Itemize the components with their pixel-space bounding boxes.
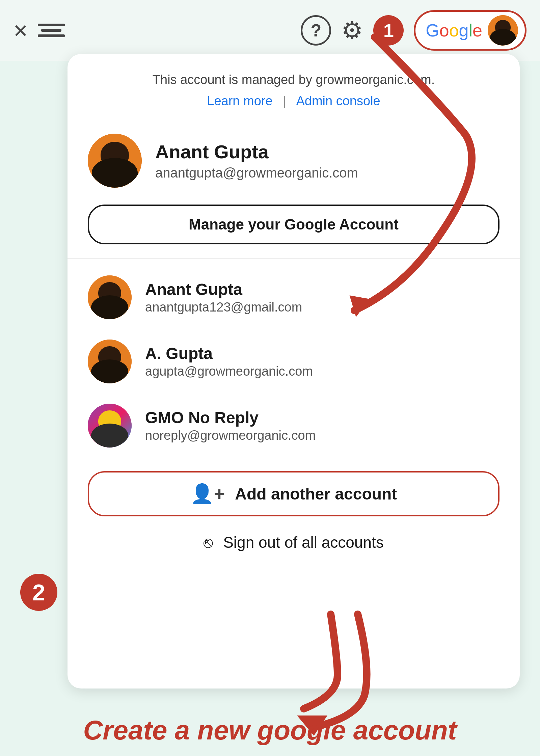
add-account-label: Add another account [235,485,397,503]
account-email-1: anantgupta123@gmail.com [145,300,302,315]
managed-notice-text: This account is managed by growmeorganic… [153,73,435,87]
account-avatar-3 [88,404,132,448]
add-account-button[interactable]: 👤+ Add another account [88,471,500,516]
managed-links: Learn more | Admin console [81,92,506,110]
sign-out-button[interactable]: ⎋ Sign out of all accounts [68,523,520,562]
primary-avatar [88,134,142,188]
account-info-1: Anant Gupta anantgupta123@gmail.com [145,280,302,315]
managed-notice: This account is managed by growmeorganic… [68,54,520,120]
account-item-3[interactable]: GMO No Reply noreply@growmeorganic.com [68,394,520,458]
account-name-1: Anant Gupta [145,280,302,299]
account-item-1[interactable]: Anant Gupta anantgupta123@gmail.com [68,265,520,329]
account-email-3: noreply@growmeorganic.com [145,428,316,443]
other-accounts: Anant Gupta anantgupta123@gmail.com A. G… [68,259,520,464]
account-panel: This account is managed by growmeorganic… [68,54,520,688]
account-info-3: GMO No Reply noreply@growmeorganic.com [145,408,316,443]
close-button[interactable]: × [14,18,28,43]
primary-account-info: Anant Gupta anantgupta@growmeorganic.com [155,141,358,181]
help-button[interactable]: ? [301,15,331,46]
account-avatar-2 [88,340,132,383]
account-item-2[interactable]: A. Gupta agupta@growmeorganic.com [68,329,520,394]
sign-out-icon: ⎋ [204,533,213,551]
browser-chrome: × ? ⚙ 1 Google [0,0,540,61]
primary-account-email: anantgupta@growmeorganic.com [155,165,358,181]
account-name-2: A. Gupta [145,344,313,363]
separator: | [283,92,286,110]
account-avatar-1 [88,275,132,319]
bottom-text: Create a new google account [0,715,540,746]
badge-1: 1 [373,15,404,46]
primary-account: Anant Gupta anantgupta@growmeorganic.com [68,120,520,201]
user-avatar-header [488,15,518,46]
gear-button[interactable]: ⚙ [341,16,363,45]
account-email-2: agupta@growmeorganic.com [145,364,313,379]
sign-out-label: Sign out of all accounts [223,533,384,551]
google-account-button[interactable]: Google [414,10,526,51]
badge-2: 2 [20,574,57,611]
manage-account-button[interactable]: Manage your Google Account [88,205,500,244]
account-info-2: A. Gupta agupta@growmeorganic.com [145,344,313,379]
account-name-3: GMO No Reply [145,408,316,427]
primary-account-name: Anant Gupta [155,141,358,163]
filter-button[interactable] [38,24,65,37]
admin-console-link[interactable]: Admin console [296,92,380,110]
learn-more-link[interactable]: Learn more [207,92,272,110]
google-logo-text: Google [426,20,482,40]
add-person-icon: 👤+ [190,483,225,505]
